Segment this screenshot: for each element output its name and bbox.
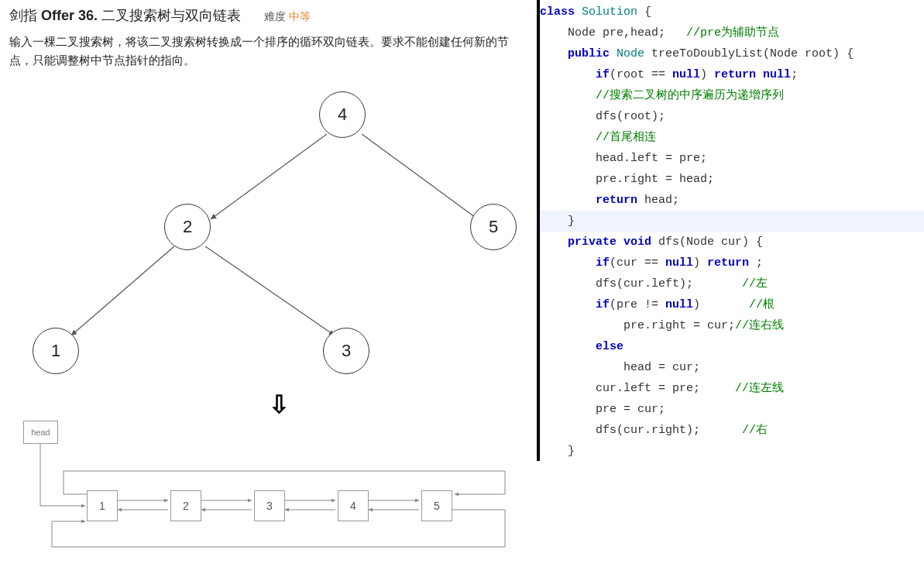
code-line: dfs(cur.left); //左 [540, 273, 924, 294]
txt: dfs(cur.left); [540, 277, 742, 290]
code-line: dfs(cur.right); //右 [540, 420, 924, 441]
code-line: pre.right = head; [540, 169, 924, 190]
code-line: } [540, 211, 924, 232]
code-line: if(pre != null) //根 [540, 294, 924, 315]
txt: (Node cur) { [679, 235, 763, 249]
difficulty-value: 中等 [289, 10, 311, 22]
txt: (cur == [610, 256, 665, 270]
problem-panel: 剑指 Offer 36. 二叉搜索树与双向链表 难度 中等 输入一棵二叉搜索树，… [0, 0, 537, 574]
tree-node-2: 2 [164, 204, 211, 250]
txt [540, 235, 568, 249]
code-line: public Node treeToDoublyList(Node root) … [540, 43, 924, 64]
svg-line-2 [71, 246, 174, 335]
tree-node-1: 1 [33, 328, 79, 374]
code-line: if(cur == null) return ; [540, 253, 924, 273]
code-line: //搜索二叉树的中序遍历为递增序列 [540, 85, 924, 106]
txt [540, 68, 596, 81]
kw: void [623, 235, 651, 249]
txt: ; [749, 256, 763, 270]
code-line: pre.right = cur;//连右线 [540, 315, 924, 336]
tree-node-4: 4 [319, 91, 366, 138]
txt: { [637, 5, 651, 19]
code-line: return head; [540, 190, 924, 211]
kw: null [665, 298, 693, 311]
code-line: head = cur; [540, 357, 924, 378]
code-line: dfs(root); [540, 106, 924, 127]
txt: ; [791, 68, 798, 81]
cmt: //根 [749, 298, 775, 311]
txt: head.left = pre; [540, 152, 707, 165]
kw: null [672, 68, 700, 81]
cmt: //首尾相连 [596, 131, 656, 144]
txt: (root == [610, 68, 672, 81]
code-line: head.left = pre; [540, 148, 924, 169]
kw: return [707, 256, 749, 270]
kw: class [540, 5, 575, 19]
cmt: //搜索二叉树的中序遍历为递增序列 [596, 89, 784, 102]
txt: Node pre,head; [540, 26, 686, 40]
txt [540, 256, 596, 270]
difficulty-label: 难度 [264, 10, 286, 22]
txt: } [540, 445, 575, 458]
list-node-5: 5 [421, 490, 452, 521]
mth: treeToDoublyList [651, 47, 763, 60]
code-line: class Solution { [540, 2, 924, 22]
list-node-2: 2 [170, 490, 201, 521]
txt [540, 89, 596, 102]
code-line: cur.left = pre; //连左线 [540, 378, 924, 399]
code-panel: class Solution { Node pre,head; //pre为辅助… [540, 0, 924, 574]
txt [540, 340, 596, 353]
code-line: } [540, 441, 924, 462]
problem-title: 剑指 Offer 36. 二叉搜索树与双向链表 [9, 6, 241, 25]
cmt: //左 [742, 277, 768, 290]
cls: Node [617, 47, 644, 60]
code-line: private void dfs(Node cur) { [540, 232, 924, 253]
kw: return [714, 68, 756, 81]
svg-line-1 [362, 134, 478, 219]
title-row: 剑指 Offer 36. 二叉搜索树与双向链表 难度 中等 [9, 6, 527, 25]
svg-line-3 [205, 246, 335, 335]
kw: if [596, 68, 610, 81]
cmt: //pre为辅助节点 [686, 26, 779, 40]
txt [756, 68, 763, 81]
kw: if [596, 298, 610, 311]
head-box: head [23, 421, 58, 444]
txt: pre.right = cur; [540, 319, 735, 332]
txt: head; [637, 194, 679, 207]
title-rest: 二叉搜索树与双向链表 [98, 8, 241, 23]
txt: ) [693, 298, 749, 311]
cmt: //连右线 [735, 319, 784, 332]
kw: null [763, 68, 791, 81]
txt: head = cur; [540, 361, 700, 374]
kw: else [596, 340, 623, 353]
list-node-4: 4 [338, 490, 369, 521]
txt: (pre != [610, 298, 665, 311]
txt: ) [700, 68, 714, 81]
problem-description: 输入一棵二叉搜索树，将该二叉搜索树转换成一个排序的循环双向链表。要求不能创建任何… [9, 33, 527, 70]
svg-line-0 [211, 134, 327, 219]
cmt: //连左线 [735, 382, 784, 395]
down-arrow-icon: ⇩ [269, 390, 290, 419]
cls: Solution [582, 5, 637, 19]
list-node-3: 3 [254, 490, 285, 521]
txt: (Node root) { [763, 47, 854, 60]
txt: pre.right = head; [540, 173, 714, 186]
txt: pre = cur; [540, 403, 665, 416]
tree-node-5: 5 [470, 204, 517, 250]
title-bold: Offer 36. [41, 8, 98, 23]
mth: dfs [658, 235, 679, 249]
tree-node-3: 3 [323, 328, 369, 374]
txt: cur.left = pre; [540, 382, 735, 395]
title-prefix: 剑指 [9, 8, 41, 23]
txt [540, 194, 596, 207]
kw: private [568, 235, 617, 249]
code-line: pre = cur; [540, 399, 924, 420]
list-node-1: 1 [87, 490, 118, 521]
code-line: //首尾相连 [540, 127, 924, 148]
txt: ) [693, 256, 707, 270]
difficulty: 难度 中等 [264, 10, 311, 24]
diagram-area: 4 2 5 1 3 ⇩ head 1 2 3 4 5 [9, 76, 528, 564]
code-line: else [540, 336, 924, 357]
txt: dfs(root); [540, 110, 665, 123]
kw: if [596, 256, 610, 270]
